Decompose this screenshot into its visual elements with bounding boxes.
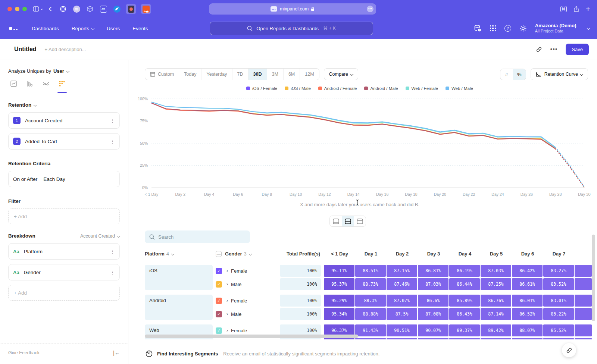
step-card-account-created[interactable]: 1 Account Created ⋮ bbox=[8, 112, 120, 129]
table-search-input[interactable] bbox=[158, 234, 240, 240]
platform-column-header[interactable]: Platform4 bbox=[145, 251, 216, 257]
add-breakdown-button[interactable]: + Add bbox=[8, 285, 120, 301]
retention-value-cell[interactable]: 86.6% bbox=[418, 295, 448, 307]
platform-cell[interactable]: iOS bbox=[145, 265, 213, 290]
collapse-sidebar-icon[interactable]: |← bbox=[113, 350, 120, 356]
retention-value-cell[interactable]: 83.27% bbox=[543, 265, 574, 277]
retention-value-cell[interactable]: 85.67% bbox=[543, 338, 574, 339]
day-column-header[interactable]: Day 4 bbox=[449, 251, 481, 257]
retention-value-cell[interactable]: 87.03% bbox=[418, 278, 448, 290]
series-checkbox[interactable]: ✓ bbox=[216, 327, 222, 334]
settings-gear-icon[interactable] bbox=[519, 25, 527, 32]
minimize-window-button[interactable] bbox=[15, 7, 19, 11]
range-today[interactable]: Today bbox=[179, 69, 201, 80]
expand-chevron-icon[interactable]: › bbox=[226, 328, 228, 333]
site-options-icon[interactable]: ••• bbox=[367, 6, 373, 12]
nav-link-users[interactable]: Users bbox=[107, 26, 120, 31]
retention-value-cell[interactable]: 95.29% bbox=[324, 295, 354, 307]
retention-value-cell[interactable]: 88.73% bbox=[355, 278, 386, 290]
retention-value-cell[interactable]: 87.08% bbox=[418, 308, 448, 320]
breakdown-card-gender[interactable]: Aa Gender ⋮ bbox=[8, 264, 120, 280]
retention-value-cell[interactable]: 88.07% bbox=[512, 324, 543, 336]
legend-item[interactable]: Web / Male bbox=[446, 86, 473, 91]
retention-value-cell[interactable]: 89.37% bbox=[449, 324, 480, 336]
day-column-header[interactable]: Day 1 bbox=[355, 251, 387, 257]
retention-value-cell[interactable]: 90.07% bbox=[418, 324, 448, 336]
add-filter-button[interactable]: + Add bbox=[8, 208, 120, 224]
legend-item[interactable]: Android / Male bbox=[364, 86, 398, 91]
legend-item[interactable]: iOS / Male bbox=[285, 86, 311, 91]
retention-value-cell[interactable]: 85.89% bbox=[449, 295, 480, 307]
retention-value-cell[interactable]: 91.41% bbox=[355, 338, 386, 339]
js-extension-icon[interactable]: JS bbox=[99, 4, 108, 13]
legend-item[interactable]: Web / Female bbox=[406, 86, 438, 91]
maximize-window-button[interactable] bbox=[22, 7, 27, 11]
absolute-mode-button[interactable]: # bbox=[500, 69, 513, 80]
share-link-fab[interactable] bbox=[562, 343, 576, 357]
compare-button[interactable]: Compare bbox=[324, 68, 358, 80]
back-button[interactable] bbox=[49, 6, 52, 12]
range-30d[interactable]: 30D bbox=[249, 69, 267, 80]
retention-value-cell[interactable]: 87.5% bbox=[387, 308, 417, 320]
retention-value-cell[interactable]: 95.34% bbox=[324, 308, 354, 320]
retention-value-cell[interactable]: 87.14% bbox=[481, 308, 511, 320]
criteria-interval[interactable]: Each Day bbox=[43, 176, 65, 182]
retention-value-cell[interactable]: 90.01% bbox=[418, 338, 448, 339]
retention-value-cell[interactable]: 87.46% bbox=[387, 278, 417, 290]
tab-insights[interactable] bbox=[10, 81, 17, 93]
table-search[interactable] bbox=[145, 230, 250, 243]
layout-table-only-button[interactable] bbox=[354, 216, 366, 226]
retention-value-cell[interactable]: 83.01% bbox=[543, 295, 574, 307]
retention-section-label[interactable]: Retention bbox=[8, 102, 31, 108]
select-all-checkbox[interactable]: — bbox=[216, 251, 222, 257]
retention-value-cell[interactable]: 88.34% bbox=[512, 338, 543, 339]
day-column-header[interactable]: Day 2 bbox=[387, 251, 418, 257]
retention-value-cell[interactable]: 87.15% bbox=[387, 265, 417, 277]
range-7d[interactable]: 7D bbox=[232, 69, 249, 80]
retention-value-cell[interactable]: 87.03% bbox=[481, 265, 511, 277]
legend-item[interactable]: iOS / Female bbox=[246, 86, 277, 91]
day-column-header[interactable]: Day 6 bbox=[512, 251, 543, 257]
address-bar[interactable]: ••• mixpanel.com ••• bbox=[209, 3, 376, 15]
add-description[interactable]: + Add description... bbox=[45, 47, 86, 52]
retention-value-cell[interactable]: 85.52% bbox=[543, 324, 574, 336]
more-options-icon[interactable]: ••• bbox=[550, 46, 558, 53]
series-checkbox[interactable]: ✓ bbox=[216, 268, 222, 274]
share-icon[interactable] bbox=[573, 6, 579, 12]
window-controls[interactable] bbox=[7, 7, 27, 11]
find-segments-link[interactable]: Find Interesting Segments bbox=[157, 351, 218, 357]
breakdown-options-icon[interactable]: ⋮ bbox=[110, 249, 115, 254]
retention-value-cell[interactable]: 86.52% bbox=[512, 308, 543, 320]
report-title[interactable]: Untitled bbox=[14, 46, 37, 53]
notion-extension-icon[interactable]: N bbox=[560, 6, 567, 12]
step-options-icon[interactable]: ⋮ bbox=[110, 139, 115, 144]
retention-value-cell[interactable]: 86.81% bbox=[418, 265, 448, 277]
legend-item[interactable]: Android / Female bbox=[318, 86, 357, 91]
chart-type-select[interactable]: Retention Curve bbox=[531, 68, 588, 80]
retention-value-cell[interactable]: 95.11% bbox=[324, 265, 354, 277]
expand-chevron-icon[interactable]: › bbox=[226, 298, 228, 303]
new-tab-icon[interactable]: + bbox=[586, 4, 590, 13]
close-window-button[interactable] bbox=[7, 7, 12, 11]
step-options-icon[interactable]: ⋮ bbox=[110, 118, 115, 123]
retention-value-cell[interactable]: 90.51% bbox=[387, 324, 417, 336]
retention-value-cell[interactable]: 95.37% bbox=[324, 278, 354, 290]
give-feedback-link[interactable]: Give Feedback bbox=[8, 350, 40, 355]
nav-link-events[interactable]: Events bbox=[132, 26, 148, 31]
reader-extension-icon[interactable] bbox=[126, 4, 136, 14]
nav-link-reports[interactable]: Reports bbox=[72, 26, 94, 31]
retention-value-cell[interactable]: 83.52% bbox=[543, 278, 574, 290]
day-column-header[interactable]: Day 5 bbox=[481, 251, 512, 257]
expand-chevron-icon[interactable]: › bbox=[226, 282, 228, 287]
layout-split-button[interactable] bbox=[342, 216, 354, 226]
range-yesterday[interactable]: Yesterday bbox=[201, 69, 232, 80]
series-checkbox[interactable]: ✓ bbox=[216, 281, 222, 288]
range-custom[interactable]: Custom bbox=[145, 69, 179, 80]
save-button[interactable]: Save bbox=[566, 44, 589, 55]
breakdown-card-platform[interactable]: Aa Platform ⋮ bbox=[8, 243, 120, 260]
mixpanel-logo[interactable] bbox=[9, 27, 18, 30]
step-card-added-to-cart[interactable]: 2 Added To Cart ⋮ bbox=[8, 133, 120, 150]
soundcloud-extension-icon[interactable] bbox=[141, 4, 151, 14]
target-extension-icon[interactable] bbox=[59, 4, 68, 13]
expand-chevron-icon[interactable]: › bbox=[226, 268, 228, 273]
